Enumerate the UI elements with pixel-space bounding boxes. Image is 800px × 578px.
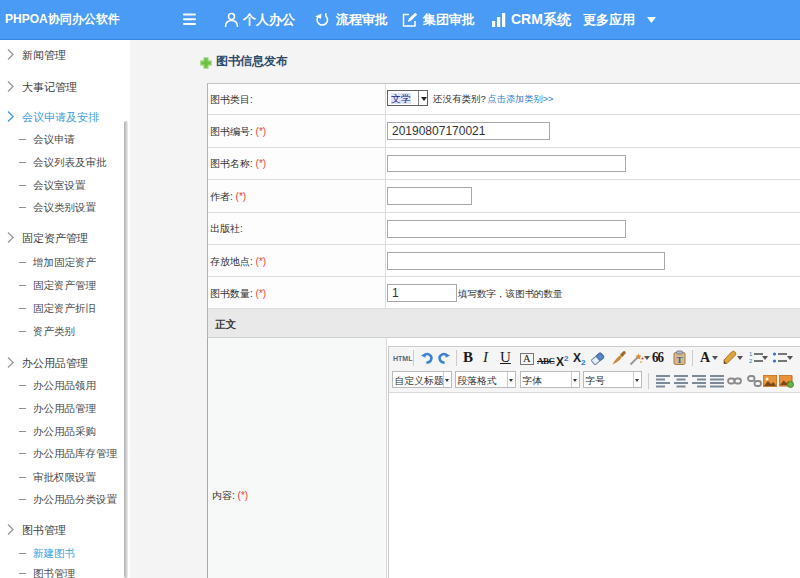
svg-text:T: T: [676, 355, 682, 365]
svg-text:1: 1: [749, 351, 753, 357]
svg-text:2: 2: [749, 358, 753, 364]
